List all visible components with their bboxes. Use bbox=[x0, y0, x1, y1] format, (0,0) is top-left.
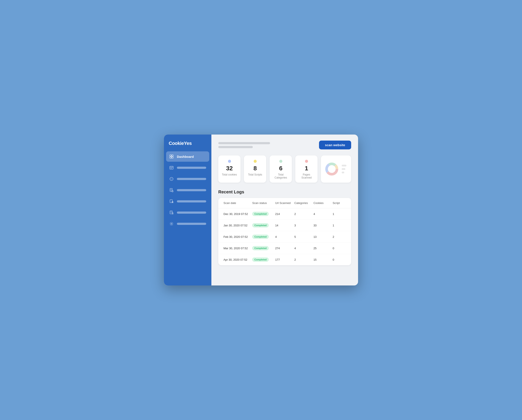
td-status-0: Completed bbox=[252, 212, 275, 216]
sidebar-item-audit-log[interactable] bbox=[166, 185, 209, 195]
scan-website-button[interactable]: scan website bbox=[319, 141, 351, 149]
audit-log-icon bbox=[169, 188, 174, 192]
svg-point-9 bbox=[171, 178, 171, 179]
compliance-icon bbox=[169, 210, 174, 215]
consent-banner-icon bbox=[169, 165, 174, 170]
stat-card-total-categories: 6 Total Categories bbox=[270, 155, 292, 183]
svg-point-27 bbox=[171, 223, 172, 224]
sidebar-item-cookie-policy-label bbox=[177, 178, 206, 180]
recent-logs-section: Recent Logs Scan date Scan status Url Sc… bbox=[218, 190, 351, 265]
dashboard-icon bbox=[169, 154, 174, 159]
td-categories-2: 5 bbox=[294, 235, 313, 238]
svg-point-10 bbox=[172, 179, 172, 179]
table-row: Apr 30, 2020 07:52 Completed 177 2 15 0 bbox=[218, 254, 351, 265]
svg-rect-2 bbox=[170, 157, 171, 158]
td-urls-4: 177 bbox=[275, 258, 294, 261]
recent-logs-title: Recent Logs bbox=[218, 190, 351, 194]
stat-card-total-cookies: 32 Total cookies bbox=[218, 155, 240, 183]
th-cookies: Cookies bbox=[313, 201, 333, 205]
td-urls-0: 214 bbox=[275, 212, 294, 216]
status-badge-2: Completed bbox=[252, 235, 269, 239]
search-bar-secondary bbox=[218, 146, 253, 148]
status-badge-3: Completed bbox=[252, 246, 269, 250]
td-script-1: 1 bbox=[333, 224, 346, 227]
stat-card-pages-scanned: 1 Pages Scanned bbox=[295, 155, 317, 183]
td-status-1: Completed bbox=[252, 223, 275, 228]
pie-chart bbox=[325, 163, 338, 176]
sidebar-item-audit-log-label bbox=[177, 189, 206, 191]
sidebar-item-dashboard-label: Dashboard bbox=[177, 155, 194, 159]
td-urls-1: 14 bbox=[275, 224, 294, 227]
td-urls-2: 4 bbox=[275, 235, 294, 238]
stat-number-cookies: 32 bbox=[226, 165, 233, 172]
stat-number-scripts: 8 bbox=[253, 165, 257, 172]
pie-legend-line-1 bbox=[342, 165, 346, 167]
td-status-4: Completed bbox=[252, 257, 275, 262]
cookie-icon bbox=[169, 176, 174, 181]
status-badge-4: Completed bbox=[252, 257, 269, 262]
td-script-4: 0 bbox=[333, 258, 346, 261]
td-date-4: Apr 30, 2020 07:52 bbox=[223, 258, 252, 261]
header-search-area bbox=[218, 142, 270, 148]
td-categories-1: 3 bbox=[294, 224, 313, 227]
stat-dot-cookies bbox=[228, 160, 231, 163]
pie-legend-line-2 bbox=[342, 168, 345, 170]
td-script-2: 2 bbox=[333, 235, 346, 238]
td-date-3: Mar 30, 2020 07:52 bbox=[223, 247, 252, 250]
pie-chart-card bbox=[321, 155, 351, 183]
sidebar-item-compliance-label bbox=[177, 212, 206, 214]
td-cookies-3: 25 bbox=[313, 247, 333, 250]
th-scan-status: Scan status bbox=[252, 201, 275, 205]
sidebar-item-dashboard[interactable]: Dashboard bbox=[166, 151, 209, 162]
stat-number-pages: 1 bbox=[305, 165, 308, 172]
td-categories-3: 4 bbox=[294, 247, 313, 250]
sidebar: CookieYes Dashboard bbox=[164, 135, 211, 285]
pie-chart-legend bbox=[342, 165, 347, 173]
sidebar-item-settings[interactable] bbox=[166, 219, 209, 229]
td-categories-4: 2 bbox=[294, 258, 313, 261]
sidebar-item-consent-banner[interactable] bbox=[166, 163, 209, 173]
stats-row: 32 Total cookies 8 Total Scripts 6 Total… bbox=[218, 155, 351, 183]
data-request-icon bbox=[169, 199, 174, 204]
stat-label-pages: Pages Scanned bbox=[299, 173, 314, 179]
td-categories-0: 2 bbox=[294, 212, 313, 216]
table-row: Mar 30, 2020 07:52 Completed 274 4 25 0 bbox=[218, 243, 351, 254]
th-script: Script bbox=[333, 201, 346, 205]
status-badge-0: Completed bbox=[252, 212, 269, 216]
sidebar-item-data-request[interactable] bbox=[166, 196, 209, 206]
table-row: Jan 30, 2020 07:52 Completed 14 3 33 1 bbox=[218, 220, 351, 231]
status-badge-1: Completed bbox=[252, 223, 269, 228]
table-header: Scan date Scan status Url Scanned Catego… bbox=[218, 198, 351, 208]
stat-label-categories: Total Categories bbox=[273, 173, 288, 179]
th-categories: Categories bbox=[294, 201, 313, 205]
search-bar-primary bbox=[218, 142, 270, 144]
svg-rect-0 bbox=[170, 155, 171, 156]
table-row: Dec 30, 2019 07:52 Completed 214 2 4 1 bbox=[218, 208, 351, 220]
table-row: Feb 30, 2020 07:52 Completed 4 5 13 2 bbox=[218, 231, 351, 243]
svg-point-8 bbox=[170, 177, 173, 181]
td-date-0: Dec 30, 2019 07:52 bbox=[223, 212, 252, 216]
td-script-3: 0 bbox=[333, 247, 346, 250]
sidebar-item-cookie-policy[interactable] bbox=[166, 174, 209, 184]
svg-point-11 bbox=[171, 179, 171, 180]
svg-rect-1 bbox=[172, 155, 173, 156]
sidebar-item-settings-label bbox=[177, 223, 206, 225]
stat-card-total-scripts: 8 Total Scripts bbox=[244, 155, 266, 183]
stat-dot-scripts bbox=[254, 160, 257, 163]
stat-number-categories: 6 bbox=[279, 165, 283, 172]
svg-point-13 bbox=[172, 191, 173, 192]
sidebar-item-data-request-label bbox=[177, 200, 206, 202]
sidebar-item-compliance[interactable] bbox=[166, 207, 209, 218]
stat-label-cookies: Total cookies bbox=[222, 173, 237, 176]
td-date-2: Feb 30, 2020 07:52 bbox=[223, 235, 252, 238]
main-content: scan website 32 Total cookies 8 Total Sc… bbox=[211, 135, 358, 285]
logo-text: CookieYes bbox=[169, 141, 192, 146]
svg-rect-3 bbox=[172, 157, 173, 158]
app-window: CookieYes Dashboard bbox=[164, 135, 358, 285]
td-status-2: Completed bbox=[252, 235, 275, 239]
logs-table: Scan date Scan status Url Scanned Catego… bbox=[218, 198, 351, 265]
td-cookies-1: 33 bbox=[313, 224, 333, 227]
td-urls-3: 274 bbox=[275, 247, 294, 250]
td-cookies-4: 15 bbox=[313, 258, 333, 261]
sidebar-item-consent-banner-label bbox=[177, 167, 206, 169]
